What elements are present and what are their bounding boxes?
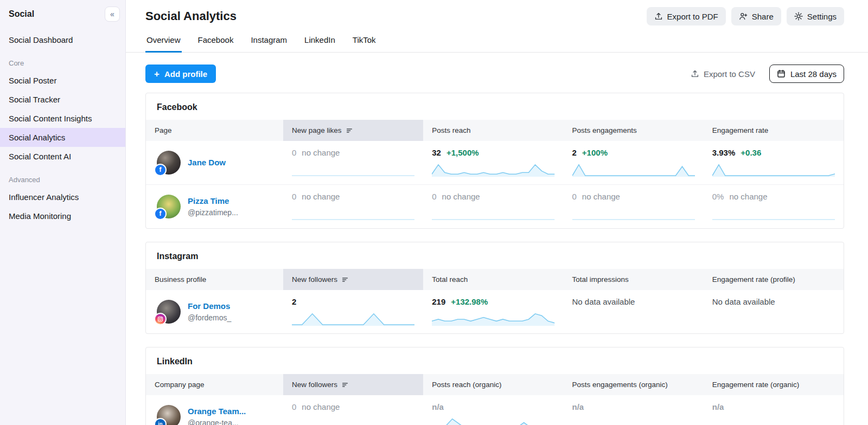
metric-value: 0: [292, 192, 296, 201]
content-area: + Add profile Export to CSV Last 28 days…: [126, 53, 868, 425]
tab-facebook[interactable]: Facebook: [197, 30, 235, 53]
column-header-posts-engagements[interactable]: Posts engagements: [564, 120, 704, 141]
tab-instagram[interactable]: Instagram: [250, 30, 288, 53]
column-header-posts-reach-organic[interactable]: Posts reach (organic): [423, 374, 563, 395]
sidebar-item-social-dashboard[interactable]: Social Dashboard: [0, 30, 125, 49]
sparkline-chart: [572, 416, 695, 425]
avatar: in: [157, 405, 181, 425]
profile-text: Pizza Time@pizzatimep...: [188, 196, 238, 217]
metric-cell: n/a: [704, 395, 844, 425]
metric-change: no change: [302, 402, 340, 411]
tab-overview[interactable]: Overview: [145, 30, 182, 53]
facebook-badge-icon: f: [154, 164, 167, 176]
card-instagram: InstagramBusiness profileNew followersTo…: [145, 242, 844, 334]
profile-text: For Demos@fordemos_: [188, 301, 231, 322]
export-csv-label: Export to CSV: [704, 69, 755, 79]
column-header-new-followers[interactable]: New followers: [283, 374, 423, 395]
sidebar-collapse-button[interactable]: «: [105, 7, 120, 22]
sidebar-item-social-poster[interactable]: Social Poster: [0, 71, 125, 90]
column-header-total-reach[interactable]: Total reach: [423, 269, 563, 290]
sparkline-chart: [292, 162, 414, 177]
metric-value: 0: [572, 192, 577, 201]
profile-cell: fPizza Time@pizzatimep...: [146, 185, 283, 228]
header-action-label: Settings: [807, 12, 837, 21]
metric-value: 32: [432, 148, 441, 157]
profile-name-link[interactable]: Jane Dow: [188, 157, 226, 168]
sidebar-section-label-core: Core: [0, 49, 125, 71]
metric-cell: No data available: [704, 290, 844, 333]
column-header-label: Posts reach: [432, 126, 470, 134]
column-header-total-impressions[interactable]: Total impressions: [564, 269, 704, 290]
sparkline-chart: [712, 162, 835, 177]
sidebar-item-social-content-insights[interactable]: Social Content Insights: [0, 109, 125, 128]
metric-cell: 2: [283, 290, 423, 333]
profile-name-link[interactable]: Orange Team...: [188, 406, 246, 417]
sidebar-item-social-content-ai[interactable]: Social Content AI: [0, 147, 125, 166]
sidebar: Social « Social DashboardCoreSocial Post…: [0, 0, 126, 425]
column-header-label: Company page: [155, 381, 205, 389]
card-title-facebook: Facebook: [146, 93, 844, 120]
sparkline-chart: [712, 416, 835, 425]
profile-cell: For Demos@fordemos_: [146, 290, 283, 333]
column-header-posts-reach[interactable]: Posts reach: [423, 120, 563, 141]
metric-change: +0.36: [741, 148, 761, 157]
toolbar: + Add profile Export to CSV Last 28 days: [145, 65, 844, 83]
facebook-badge-icon: f: [154, 208, 167, 220]
metric-value: 3.93%: [712, 148, 736, 157]
column-header-label: Posts reach (organic): [432, 381, 501, 389]
column-header-label: Total reach: [432, 275, 468, 284]
calendar-icon: [777, 69, 786, 78]
sidebar-item-social-analytics[interactable]: Social Analytics: [0, 128, 125, 147]
add-profile-label: Add profile: [164, 69, 207, 79]
sparkline-chart: [432, 206, 554, 221]
sidebar-item-influencer-analytics[interactable]: Influencer Analytics: [0, 188, 125, 207]
profile-name-link[interactable]: Pizza Time: [188, 196, 238, 207]
sidebar-item-media-monitoring[interactable]: Media Monitoring: [0, 207, 125, 226]
column-header-engagement-rate-profile[interactable]: Engagement rate (profile): [704, 269, 844, 290]
sparkline-chart: [292, 416, 414, 425]
sort-icon: [341, 381, 349, 389]
sparkline-chart: [572, 206, 695, 221]
date-range-button[interactable]: Last 28 days: [769, 65, 844, 83]
column-header-engagement-rate-organic[interactable]: Engagement rate (organic): [704, 374, 844, 395]
column-header-new-followers[interactable]: New followers: [283, 269, 423, 290]
metric-change: +100%: [582, 148, 608, 157]
tab-tiktok[interactable]: TikTok: [352, 30, 377, 53]
card-title-linkedin: LinkedIn: [146, 347, 844, 374]
column-header-posts-engagements-organic[interactable]: Posts engagements (organic): [564, 374, 704, 395]
metric-value: 2: [292, 297, 296, 306]
profile-handle: @pizzatimep...: [188, 208, 238, 217]
column-header-new-page-likes[interactable]: New page likes: [283, 120, 423, 141]
header-action-label: Share: [752, 12, 774, 21]
add-profile-button[interactable]: + Add profile: [145, 65, 216, 83]
column-header-label: Posts engagements (organic): [572, 381, 668, 389]
metric-value: 0%: [712, 192, 724, 201]
header-action-export-to-pdf[interactable]: Export to PDF: [647, 7, 726, 25]
collapse-icon: «: [110, 10, 114, 18]
table-header-row: Company pageNew followersPosts reach (or…: [146, 374, 844, 395]
column-header-engagement-rate[interactable]: Engagement rate: [704, 120, 844, 141]
column-header-label: Page: [155, 126, 172, 134]
header-actions: Export to PDFShareSettings: [647, 7, 844, 25]
column-header-label: New followers: [292, 381, 337, 389]
sidebar-header: Social «: [0, 7, 125, 22]
avatar: [157, 300, 181, 324]
instagram-badge-icon: [154, 313, 167, 325]
export-csv-button[interactable]: Export to CSV: [687, 69, 758, 79]
sparkline-chart: [432, 162, 554, 177]
gear-icon: [794, 12, 803, 21]
profile-handle: @orange-tea...: [188, 418, 246, 425]
column-header-business-profile: Business profile: [146, 269, 283, 290]
sort-icon: [341, 276, 349, 284]
card-title-instagram: Instagram: [146, 242, 844, 269]
card-facebook: FacebookPageNew page likesPosts reachPos…: [145, 93, 844, 229]
sidebar-item-social-tracker[interactable]: Social Tracker: [0, 90, 125, 109]
profile-handle: @fordemos_: [188, 313, 231, 322]
tab-linkedin[interactable]: LinkedIn: [303, 30, 336, 53]
header-action-share[interactable]: Share: [731, 7, 781, 25]
header-action-settings[interactable]: Settings: [787, 7, 844, 25]
profile-name-link[interactable]: For Demos: [188, 301, 231, 312]
metric-cell: 219+132.98%: [423, 290, 563, 333]
sparkline-chart: [572, 162, 695, 177]
table-header-row: Business profileNew followersTotal reach…: [146, 269, 844, 290]
